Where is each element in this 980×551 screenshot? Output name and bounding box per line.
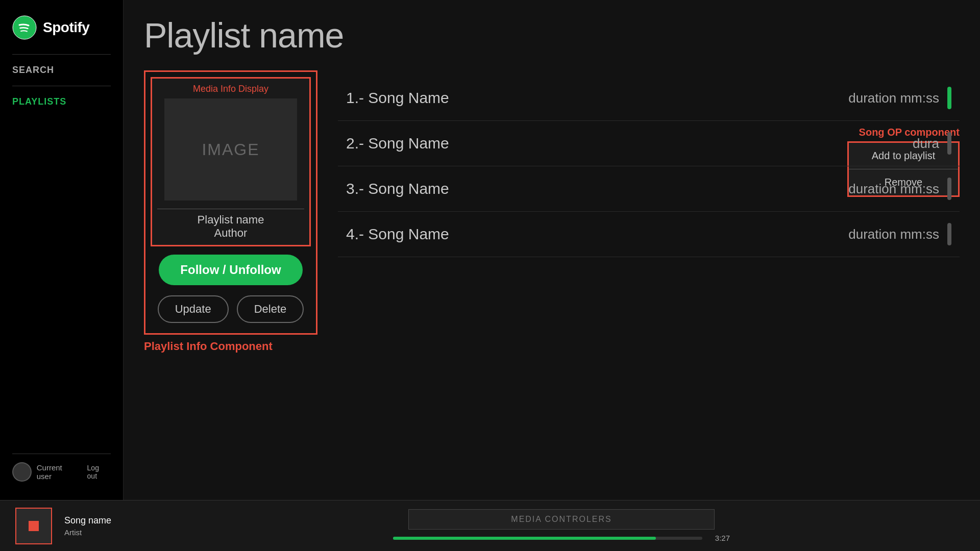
player-song-name: Song name — [64, 515, 146, 526]
sidebar-bottom-divider — [12, 454, 111, 454]
progress-fill — [393, 537, 656, 540]
progress-time: 3:27 — [708, 534, 730, 542]
song-name-4: 4.- Song Name — [346, 226, 449, 243]
sidebar-item-search[interactable]: SEARCH — [0, 59, 123, 82]
song-duration-2: dura — [913, 136, 939, 152]
avatar — [12, 462, 32, 482]
song-right-3: duration mm:ss — [848, 178, 951, 200]
progress-bar-container: 3:27 — [393, 534, 730, 542]
song-options-bar-3[interactable] — [947, 178, 951, 200]
song-duration-1: duration mm:ss — [848, 90, 939, 106]
sidebar: Spotify SEARCH Playlists Current user Lo… — [0, 0, 124, 500]
player-bar: Song name Artist MEDIA CONTROLERS 3:27 — [0, 500, 980, 551]
delete-button[interactable]: Delete — [237, 295, 304, 323]
playlist-info-component-label: Playlist Info Component — [144, 340, 273, 353]
song-list: 1.- Song Name duration mm:ss Song OP com… — [338, 70, 960, 485]
player-artist: Artist — [64, 528, 146, 537]
playlist-info-outer-box: Media Info Display IMAGE Playlist name A… — [144, 70, 317, 335]
sidebar-divider-mid — [12, 86, 111, 86]
content-area: Playlist name Media Info Display IMAGE P… — [124, 0, 980, 500]
media-playlist-name: Playlist name — [198, 213, 264, 227]
song-name-3: 3.- Song Name — [346, 180, 449, 197]
media-divider — [157, 209, 304, 209]
song-name-2: 2.- Song Name — [346, 135, 449, 152]
song-right-2: dura — [913, 132, 951, 155]
song-duration-4: duration mm:ss — [848, 227, 939, 242]
action-buttons: Update Delete — [158, 295, 304, 323]
song-right-1: duration mm:ss — [848, 87, 951, 109]
media-info-label: Media Info Display — [193, 84, 268, 94]
playlist-title: Playlist name — [144, 15, 960, 55]
player-thumb-inner — [29, 521, 39, 531]
table-row: 1.- Song Name duration mm:ss Song OP com… — [338, 76, 960, 121]
progress-track[interactable] — [393, 537, 702, 540]
media-info-box: Media Info Display IMAGE Playlist name A… — [151, 77, 311, 246]
spotify-icon — [12, 15, 37, 40]
app-name: Spotify — [43, 19, 89, 36]
player-controls-area: MEDIA CONTROLERS 3:27 — [179, 509, 944, 542]
content-body: Media Info Display IMAGE Playlist name A… — [144, 70, 960, 485]
player-info: Song name Artist — [64, 515, 146, 537]
media-controllers-box[interactable]: MEDIA CONTROLERS — [408, 509, 715, 530]
song-options-bar-2[interactable] — [947, 132, 951, 155]
table-row: 3.- Song Name duration mm:ss — [338, 166, 960, 212]
song-name-1: 1.- Song Name — [346, 89, 449, 107]
song-right-4: duration mm:ss — [848, 223, 951, 245]
sidebar-bottom: Current user Log out — [0, 445, 123, 490]
logout-button[interactable]: Log out — [87, 464, 111, 480]
song-options-bar-4[interactable] — [947, 223, 951, 245]
logo-area: Spotify — [0, 10, 123, 50]
sidebar-item-playlists[interactable]: Playlists — [0, 90, 123, 113]
song-duration-3: duration mm:ss — [848, 181, 939, 197]
table-row: 4.- Song Name duration mm:ss — [338, 212, 960, 257]
media-image-placeholder: IMAGE — [164, 98, 297, 201]
media-author: Author — [214, 227, 248, 240]
user-name: Current user — [37, 463, 79, 481]
song-options-bar-1[interactable] — [947, 87, 951, 109]
table-row: 2.- Song Name dura — [338, 121, 960, 166]
user-row: Current user Log out — [12, 462, 111, 482]
playlist-info-component: Media Info Display IMAGE Playlist name A… — [144, 70, 317, 485]
sidebar-divider-top — [12, 54, 111, 55]
follow-unfollow-button[interactable]: Follow / Unfollow — [159, 255, 303, 285]
player-thumbnail — [15, 508, 52, 544]
update-button[interactable]: Update — [158, 295, 229, 323]
